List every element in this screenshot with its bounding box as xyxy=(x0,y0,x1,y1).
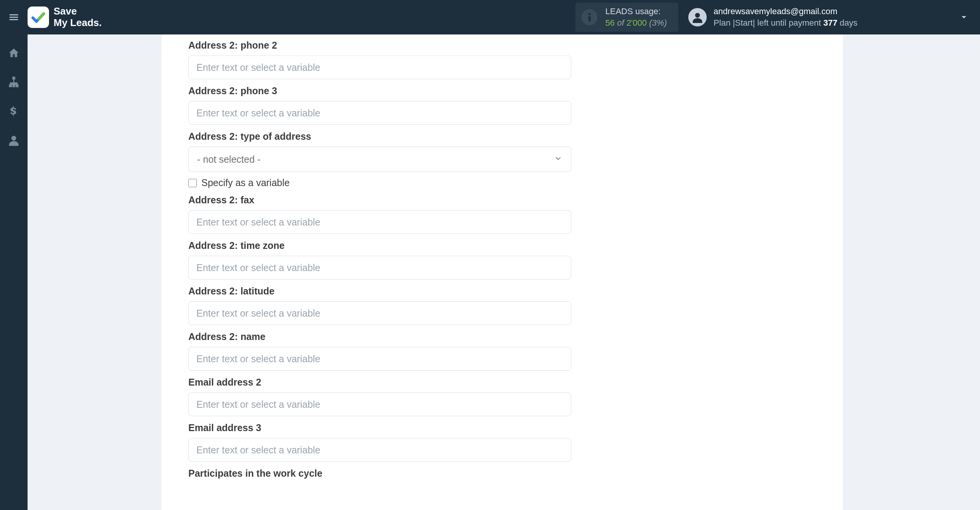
input-addr2-lat[interactable] xyxy=(188,301,571,325)
label-addr2-phone3: Address 2: phone 3 xyxy=(188,85,571,96)
usage-limit: 2'000 xyxy=(626,18,647,28)
hamburger-menu-button[interactable] xyxy=(6,10,21,25)
svg-point-3 xyxy=(11,136,16,141)
label-addr2-fax: Address 2: fax xyxy=(188,195,571,206)
input-addr2-phone2[interactable] xyxy=(188,56,571,79)
dollar-icon xyxy=(8,105,20,117)
chevron-down-icon xyxy=(959,13,969,22)
account-email: andrewsavemyleads@gmail.com xyxy=(714,6,858,17)
checkbox-specify-variable-row: Specify as a variable xyxy=(188,177,571,188)
account-chevron-button[interactable] xyxy=(957,10,971,24)
content-panel: Address 2: phone 2 Address 2: phone 3 Ad… xyxy=(162,34,843,510)
label-addr2-name: Address 2: name xyxy=(188,331,571,342)
checkmark-icon xyxy=(31,10,46,25)
label-addr2-type: Address 2: type of address xyxy=(188,131,571,142)
usage-used: 56 xyxy=(605,18,614,28)
input-addr2-fax[interactable] xyxy=(188,210,571,234)
svg-rect-1 xyxy=(588,16,591,21)
form-column: Address 2: phone 2 Address 2: phone 3 Ad… xyxy=(188,34,571,484)
input-addr2-phone3[interactable] xyxy=(188,101,571,125)
label-email3: Email address 3 xyxy=(188,422,571,433)
label-addr2-tz: Address 2: time zone xyxy=(188,240,571,251)
hamburger-icon xyxy=(8,11,20,23)
account-plan-prefix: Plan |Start| left until payment xyxy=(714,18,823,28)
account-text: andrewsavemyleads@gmail.com Plan |Start|… xyxy=(714,6,858,28)
nav-home[interactable] xyxy=(6,45,21,60)
account-plan-days: 377 xyxy=(823,18,838,28)
main-area: Address 2: phone 2 Address 2: phone 3 Ad… xyxy=(28,34,980,510)
info-icon xyxy=(581,9,598,25)
account-plan: Plan |Start| left until payment 377 days xyxy=(714,17,858,29)
user-icon xyxy=(8,134,20,146)
usage-pct: (3%) xyxy=(649,18,667,28)
logo-text: Save My Leads. xyxy=(54,6,102,29)
input-addr2-name[interactable] xyxy=(188,347,571,371)
chevron-down-icon xyxy=(554,154,562,165)
checkbox-specify-variable-label: Specify as a variable xyxy=(201,177,290,188)
logo-line2: My Leads. xyxy=(54,17,102,29)
input-email2[interactable] xyxy=(188,392,571,416)
logo[interactable]: Save My Leads. xyxy=(28,6,102,29)
avatar-icon xyxy=(688,8,707,26)
nav-structure[interactable] xyxy=(6,74,21,90)
logo-mark xyxy=(28,7,49,28)
account-box[interactable]: andrewsavemyleads@gmail.com Plan |Start|… xyxy=(688,6,858,28)
select-addr2-type[interactable]: - not selected - xyxy=(188,147,571,172)
nav-billing[interactable] xyxy=(6,103,21,119)
svg-point-0 xyxy=(588,13,591,15)
logo-line1: Save xyxy=(54,6,102,17)
usage-line2: 56 of 2'000 (3%) xyxy=(605,17,667,29)
label-addr2-lat: Address 2: latitude xyxy=(188,286,571,297)
side-nav xyxy=(0,34,28,510)
checkbox-specify-variable[interactable] xyxy=(188,179,197,187)
sitemap-icon xyxy=(8,76,20,88)
label-email2: Email address 2 xyxy=(188,377,571,388)
label-addr2-phone2: Address 2: phone 2 xyxy=(188,34,571,51)
select-addr2-type-value: - not selected - xyxy=(197,154,260,165)
nav-account[interactable] xyxy=(6,132,21,148)
home-icon xyxy=(8,47,20,59)
label-work-cycle: Participates in the work cycle xyxy=(188,468,571,479)
input-addr2-tz[interactable] xyxy=(188,256,571,280)
svg-point-2 xyxy=(695,13,700,18)
usage-title: LEADS usage: xyxy=(605,6,667,17)
leads-usage-box[interactable]: LEADS usage: 56 of 2'000 (3%) xyxy=(575,3,678,31)
input-email3[interactable] xyxy=(188,438,571,462)
usage-text: LEADS usage: 56 of 2'000 (3%) xyxy=(605,6,667,28)
usage-of: of xyxy=(617,18,624,28)
account-plan-days-word: days xyxy=(837,18,858,28)
topbar: Save My Leads. LEADS usage: 56 of 2'000 … xyxy=(0,0,980,34)
